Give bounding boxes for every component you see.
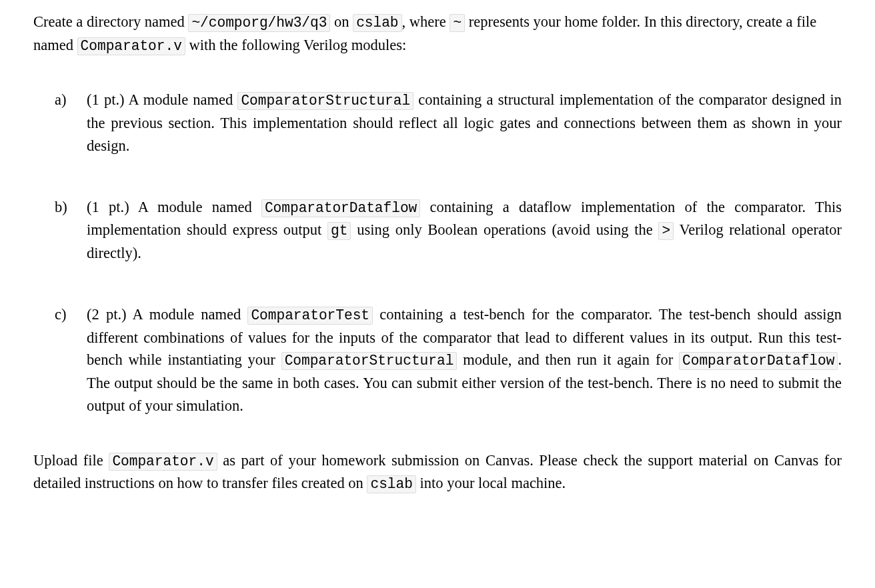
closing-paragraph: Upload file Comparator.v as part of your…	[33, 449, 842, 495]
text: (1 pt.) A module named	[87, 199, 261, 215]
item-marker: c)	[55, 303, 66, 326]
text: with the following Verilog modules:	[185, 37, 406, 53]
code-path: ~/comporg/hw3/q3	[188, 14, 330, 32]
code-module-name: ComparatorDataflow	[261, 199, 420, 217]
code-host: cslab	[353, 14, 401, 32]
text: Upload file	[33, 452, 109, 469]
item-marker: a)	[55, 89, 66, 111]
text: on	[330, 13, 353, 30]
text: (2 pt.) A module named	[87, 306, 247, 323]
item-marker: b)	[55, 196, 67, 219]
code-module-name: ComparatorDataflow	[679, 352, 838, 370]
code-filename: Comparator.v	[77, 37, 185, 55]
code-signal-name: gt	[327, 222, 351, 240]
code-module-name: ComparatorTest	[247, 307, 373, 325]
question-list: a) (1 pt.) A module named ComparatorStru…	[33, 89, 842, 417]
text: (1 pt.) A module named	[87, 91, 237, 108]
code-host: cslab	[367, 475, 415, 493]
text: , where	[402, 13, 450, 30]
code-module-name: ComparatorStructural	[237, 92, 413, 110]
text: Create a directory named	[33, 13, 188, 30]
code-operator: >	[658, 222, 674, 240]
item-c: c) (2 pt.) A module named ComparatorTest…	[87, 303, 842, 417]
item-b: b) (1 pt.) A module named ComparatorData…	[87, 196, 842, 265]
item-a: a) (1 pt.) A module named ComparatorStru…	[87, 89, 842, 157]
text: module, and then run it again for	[457, 351, 679, 368]
code-module-name: ComparatorStructural	[281, 352, 458, 370]
code-tilde: ~	[450, 14, 465, 32]
text: using only Boolean operations (avoid usi…	[351, 221, 658, 238]
text: into your local machine.	[416, 475, 566, 491]
code-filename: Comparator.v	[109, 453, 217, 471]
intro-paragraph: Create a directory named ~/comporg/hw3/q…	[33, 11, 842, 57]
